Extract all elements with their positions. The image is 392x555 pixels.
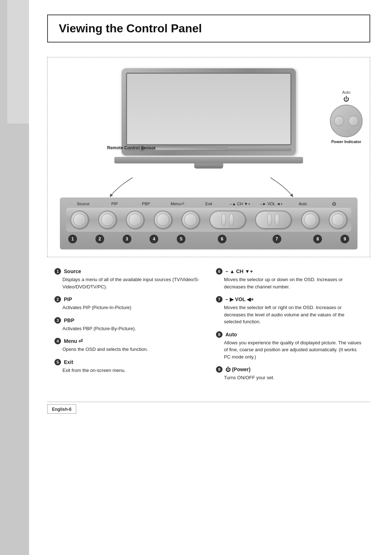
btn-pip[interactable] bbox=[98, 211, 117, 229]
desc-body-5: Exit from the on-screen menu. bbox=[54, 367, 201, 374]
label-exit: Exit bbox=[193, 202, 224, 206]
auto-label-callout: Auto bbox=[342, 90, 351, 94]
badge-9: 9 bbox=[216, 366, 222, 373]
btn-source[interactable] bbox=[70, 211, 89, 229]
num-9: 9 bbox=[340, 235, 349, 243]
diagram-inner: Remote Control Sensor Auto ⏻ bbox=[55, 68, 363, 250]
desc-item-3: 3 PBP Activates PBP (Picture-By-Picture)… bbox=[54, 317, 201, 332]
desc-title-2: 2 PIP bbox=[54, 296, 201, 303]
control-panel-illustration: Source PIP PBP Menu⏎ Exit –▲ CH ▼+ –► VO… bbox=[60, 198, 358, 250]
badge-1: 1 bbox=[54, 268, 61, 275]
label-auto: Auto bbox=[287, 202, 318, 206]
label-vol: –► VOL ◄+ bbox=[256, 202, 287, 206]
btn-auto-inner bbox=[304, 214, 317, 226]
desc-body-1: Displays a menu of all of the available … bbox=[54, 276, 201, 290]
btn-ch-left bbox=[221, 214, 226, 226]
monitor-screen bbox=[126, 73, 291, 145]
desc-title-8: 8 Auto bbox=[216, 331, 363, 338]
btn-exit[interactable] bbox=[181, 211, 200, 229]
badge-8: 8 bbox=[216, 331, 222, 338]
btn-auto[interactable] bbox=[301, 211, 319, 229]
desc-body-6: Moves the selector up or down on the OSD… bbox=[216, 276, 363, 290]
sidebar-inner bbox=[7, 0, 29, 123]
desc-item-9: 9 ⏻ (Power) Turns ON/OFF your set. bbox=[216, 366, 363, 381]
page-container: Viewing the Control Panel bbox=[0, 0, 392, 555]
num-4: 4 bbox=[150, 235, 158, 243]
buttons-row bbox=[66, 208, 351, 232]
num-7: 7 bbox=[273, 235, 281, 243]
btn-vol[interactable] bbox=[255, 211, 291, 229]
footer: English-6 bbox=[47, 402, 370, 414]
btn-power[interactable] bbox=[329, 211, 347, 229]
desc-body-2: Activates PIP (Picture-In-Picture) bbox=[54, 304, 201, 311]
label-power-icon: ⏻ bbox=[319, 202, 350, 206]
control-panel-labels: Source PIP PBP Menu⏎ Exit –▲ CH ▼+ –► VO… bbox=[66, 202, 351, 206]
power-indicator-label: Power Indicator bbox=[331, 139, 362, 144]
desc-title-7: 7 – ▶ VOL ◀+ bbox=[216, 296, 363, 303]
desc-title-6: 6 – ▲ CH ▼+ bbox=[216, 268, 363, 275]
desc-body-3: Activates PBP (Picture-By-Picture). bbox=[54, 325, 201, 332]
label-ch: –▲ CH ▼+ bbox=[224, 202, 256, 206]
badge-6: 6 bbox=[216, 268, 222, 275]
desc-body-7: Moves the selector left or right on the … bbox=[216, 304, 363, 325]
remote-sensor-callout: Remote Control Sensor bbox=[107, 145, 156, 150]
desc-body-8: Allows you experience the quality of dis… bbox=[216, 339, 363, 361]
btn-ch-right bbox=[229, 214, 234, 226]
num-1: 1 bbox=[68, 235, 77, 243]
desc-title-4: 4 Menu ⏎ bbox=[54, 338, 201, 344]
main-content: Viewing the Control Panel bbox=[29, 0, 392, 555]
callout-btn-1 bbox=[334, 116, 344, 126]
btn-ch-inner bbox=[221, 214, 234, 226]
btn-pip-inner bbox=[101, 214, 114, 226]
desc-title-3: 3 PBP bbox=[54, 317, 201, 324]
desc-title-9: 9 ⏻ (Power) bbox=[216, 366, 363, 373]
monitor-illustration bbox=[122, 68, 296, 155]
btn-power-inner bbox=[332, 214, 344, 226]
desc-body-4: Opens the OSD and selects the function. bbox=[54, 346, 201, 353]
btn-exit-inner bbox=[184, 214, 197, 226]
monitor-stand bbox=[194, 163, 223, 169]
btn-ch[interactable] bbox=[209, 211, 246, 229]
badge-3: 3 bbox=[54, 317, 61, 324]
arrows-svg bbox=[60, 176, 358, 198]
desc-title-5: 5 Exit bbox=[54, 359, 201, 365]
label-source: Source bbox=[68, 202, 99, 206]
desc-item-6: 6 – ▲ CH ▼+ Moves the selector up or dow… bbox=[216, 268, 363, 290]
descriptions: 1 Source Displays a menu of all of the a… bbox=[47, 268, 370, 387]
right-callout-area: Auto ⏻ Power Indicator bbox=[330, 90, 363, 144]
title-section: Viewing the Control Panel bbox=[47, 15, 370, 42]
desc-left-col: 1 Source Displays a menu of all of the a… bbox=[47, 268, 209, 387]
badge-7: 7 bbox=[216, 296, 222, 303]
badge-4: 4 bbox=[54, 338, 61, 344]
btn-menu[interactable] bbox=[154, 211, 172, 229]
btn-pbp-inner bbox=[129, 214, 141, 226]
callout-btn-2 bbox=[348, 116, 359, 126]
badge-2: 2 bbox=[54, 296, 61, 303]
desc-item-4: 4 Menu ⏎ Opens the OSD and selects the f… bbox=[54, 338, 201, 353]
btn-pbp[interactable] bbox=[126, 211, 144, 229]
num-5: 5 bbox=[177, 235, 185, 243]
badge-5: 5 bbox=[54, 359, 61, 365]
btn-source-inner bbox=[73, 214, 86, 226]
label-pip: PIP bbox=[99, 202, 130, 206]
num-8: 8 bbox=[313, 235, 322, 243]
desc-body-9: Turns ON/OFF your set. bbox=[216, 374, 363, 381]
btn-vol-left bbox=[267, 214, 272, 226]
diagram-container: Remote Control Sensor Auto ⏻ bbox=[47, 57, 370, 257]
desc-item-7: 7 – ▶ VOL ◀+ Moves the selector left or … bbox=[216, 296, 363, 325]
label-pbp: PBP bbox=[130, 202, 162, 206]
num-2: 2 bbox=[95, 235, 104, 243]
footer-text: English-6 bbox=[52, 407, 72, 412]
desc-item-1: 1 Source Displays a menu of all of the a… bbox=[54, 268, 201, 290]
desc-item-5: 5 Exit Exit from the on-screen menu. bbox=[54, 359, 201, 374]
num-6: 6 bbox=[218, 235, 226, 243]
page-title: Viewing the Control Panel bbox=[59, 22, 359, 35]
num-3: 3 bbox=[123, 235, 131, 243]
monitor-section: Remote Control Sensor Auto ⏻ bbox=[55, 68, 363, 169]
desc-title-1: 1 Source bbox=[54, 268, 201, 275]
btn-menu-inner bbox=[157, 214, 169, 226]
desc-right-col: 6 – ▲ CH ▼+ Moves the selector up or dow… bbox=[209, 268, 370, 387]
desc-item-8: 8 Auto Allows you experience the quality… bbox=[216, 331, 363, 361]
btn-vol-inner bbox=[267, 214, 279, 226]
monitor-base-bar bbox=[114, 157, 303, 163]
